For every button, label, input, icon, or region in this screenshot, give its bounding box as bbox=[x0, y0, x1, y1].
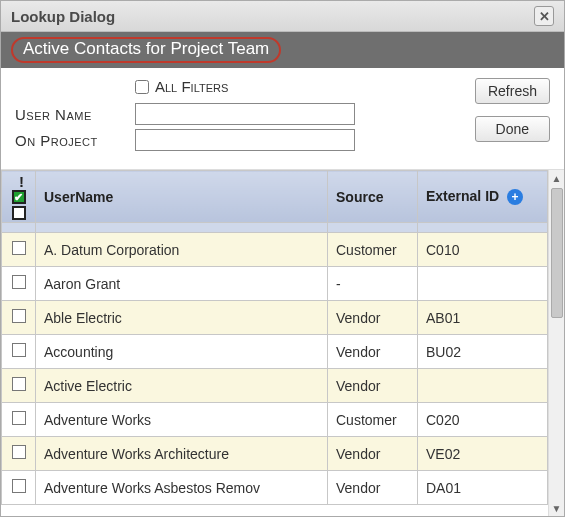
cell-external-id: C010 bbox=[418, 233, 548, 267]
titlebar: Lookup Dialog ✕ bbox=[1, 1, 564, 32]
table-row[interactable]: Able ElectricVendorAB01 bbox=[2, 301, 548, 335]
refresh-button[interactable]: Refresh bbox=[475, 78, 550, 104]
table-row[interactable]: Aaron Grant- bbox=[2, 267, 548, 301]
close-icon: ✕ bbox=[539, 9, 550, 24]
row-checkbox[interactable] bbox=[12, 445, 26, 459]
dialog-title: Lookup Dialog bbox=[11, 8, 115, 25]
cell-username: Active Electric bbox=[36, 369, 328, 403]
table-row[interactable]: Adventure WorksCustomerC020 bbox=[2, 403, 548, 437]
cell-username: Adventure Works bbox=[36, 403, 328, 437]
row-checkbox[interactable] bbox=[12, 411, 26, 425]
on-project-label: On Project bbox=[15, 132, 135, 149]
cell-external-id bbox=[418, 267, 548, 301]
scroll-up-icon[interactable]: ▲ bbox=[549, 170, 564, 186]
row-checkbox[interactable] bbox=[12, 377, 26, 391]
row-checkbox[interactable] bbox=[12, 241, 26, 255]
header-external-id-label: External ID bbox=[426, 188, 499, 204]
cell-source: Vendor bbox=[328, 335, 418, 369]
table-row[interactable]: Adventure Works ArchitectureVendorVE02 bbox=[2, 437, 548, 471]
header-source[interactable]: Source bbox=[328, 171, 418, 223]
scrollbar[interactable]: ▲ ▼ bbox=[548, 170, 564, 516]
user-name-label: User Name bbox=[15, 106, 135, 123]
row-checkbox[interactable] bbox=[12, 479, 26, 493]
table-row[interactable]: AccountingVendorBU02 bbox=[2, 335, 548, 369]
cell-external-id: C020 bbox=[418, 403, 548, 437]
scroll-thumb[interactable] bbox=[551, 188, 563, 318]
all-filters-label: All Filters bbox=[155, 78, 228, 95]
cell-external-id: AB01 bbox=[418, 301, 548, 335]
cell-source: Vendor bbox=[328, 437, 418, 471]
plus-icon: + bbox=[512, 190, 519, 204]
add-column-button[interactable]: + bbox=[507, 189, 523, 205]
on-project-input[interactable] bbox=[135, 129, 355, 151]
subtitle-text: Active Contacts for Project Team bbox=[11, 37, 281, 63]
deselect-all-checkbox[interactable] bbox=[12, 206, 26, 220]
header-username[interactable]: UserName bbox=[36, 171, 328, 223]
cell-source: Customer bbox=[328, 403, 418, 437]
results-table: ! ✔ UserName Source External ID + bbox=[1, 170, 548, 505]
select-all-checkbox[interactable]: ✔ bbox=[12, 190, 26, 204]
table-row[interactable]: Active ElectricVendor bbox=[2, 369, 548, 403]
table-row[interactable]: A. Datum CorporationCustomerC010 bbox=[2, 233, 548, 267]
row-checkbox[interactable] bbox=[12, 309, 26, 323]
cell-username: A. Datum Corporation bbox=[36, 233, 328, 267]
close-button[interactable]: ✕ bbox=[534, 6, 554, 26]
scroll-down-icon[interactable]: ▼ bbox=[549, 500, 564, 516]
cell-username: Accounting bbox=[36, 335, 328, 369]
cell-source: Vendor bbox=[328, 369, 418, 403]
user-name-input[interactable] bbox=[135, 103, 355, 125]
table-wrap: ! ✔ UserName Source External ID + bbox=[1, 170, 564, 516]
filters-panel: All Filters User Name On Project Refresh… bbox=[1, 68, 564, 170]
cell-external-id: VE02 bbox=[418, 437, 548, 471]
header-check-column: ! ✔ bbox=[2, 171, 36, 223]
lookup-dialog: Lookup Dialog ✕ Active Contacts for Proj… bbox=[0, 0, 565, 517]
cell-external-id: BU02 bbox=[418, 335, 548, 369]
cell-external-id bbox=[418, 369, 548, 403]
row-checkbox[interactable] bbox=[12, 275, 26, 289]
table-row[interactable]: Adventure Works Asbestos RemovVendorDA01 bbox=[2, 471, 548, 505]
cell-source: Vendor bbox=[328, 301, 418, 335]
header-external-id[interactable]: External ID + bbox=[418, 171, 548, 223]
cell-external-id: DA01 bbox=[418, 471, 548, 505]
cell-username: Able Electric bbox=[36, 301, 328, 335]
cell-source: - bbox=[328, 267, 418, 301]
done-button[interactable]: Done bbox=[475, 116, 550, 142]
subtitle-bar: Active Contacts for Project Team bbox=[1, 32, 564, 68]
exclaim-icon: ! bbox=[2, 173, 35, 190]
cell-username: Adventure Works Architecture bbox=[36, 437, 328, 471]
cell-source: Customer bbox=[328, 233, 418, 267]
row-checkbox[interactable] bbox=[12, 343, 26, 357]
cell-source: Vendor bbox=[328, 471, 418, 505]
all-filters-checkbox[interactable] bbox=[135, 80, 149, 94]
cell-username: Adventure Works Asbestos Remov bbox=[36, 471, 328, 505]
cell-username: Aaron Grant bbox=[36, 267, 328, 301]
